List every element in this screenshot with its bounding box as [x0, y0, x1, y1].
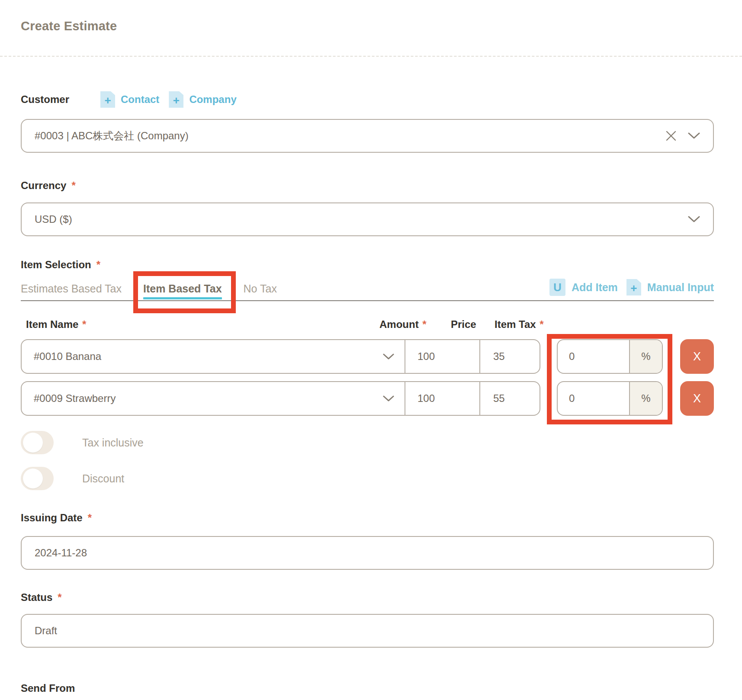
send-from-label: Send From [21, 682, 75, 694]
percent-suffix: % [629, 382, 662, 415]
delete-item-button-1[interactable]: X [680, 339, 714, 374]
add-contact-label: Contact [121, 93, 159, 106]
percent-suffix: % [629, 340, 662, 373]
price-input-2[interactable]: 55 [479, 382, 540, 415]
chevron-down-icon[interactable] [688, 216, 700, 223]
issuing-date-label: Issuing Date [21, 512, 83, 524]
chevron-down-icon[interactable] [688, 132, 700, 139]
tab-item-based-tax[interactable]: Item Based Tax [143, 283, 222, 300]
discount-label: Discount [82, 472, 124, 485]
page-title: Create Estimate [21, 19, 721, 33]
toggle-knob [23, 433, 43, 453]
status-required-marker: * [58, 591, 61, 604]
tax-mode-tabs: Estimates Based Tax Item Based Tax No Ta… [21, 280, 714, 301]
discount-row: Discount [21, 467, 714, 490]
item-tax-input-2[interactable]: 0 % [557, 381, 663, 416]
currency-value: USD ($) [35, 213, 688, 225]
item-rows: #0010 Banana 100 35 0 % X #0009 Strawber… [21, 339, 714, 416]
page-header: Create Estimate [0, 0, 742, 57]
customer-select[interactable]: #0003 | ABC株式会社 (Company) [21, 119, 714, 153]
toggle-knob [23, 469, 43, 488]
issuing-date-input[interactable]: 2024-11-28 [21, 536, 714, 570]
tab-estimates-based-tax[interactable]: Estimates Based Tax [21, 283, 122, 300]
issuing-date-required-marker: * [88, 512, 92, 524]
item-name-select-2[interactable]: #0009 Strawberry [22, 382, 405, 415]
chevron-down-icon [383, 353, 394, 360]
item-tax-column-header: Item Tax * [495, 318, 544, 331]
item-selection-label: Item Selection [21, 259, 91, 271]
manual-input-icon: + [626, 279, 641, 295]
currency-required-marker: * [71, 180, 75, 192]
status-select[interactable]: Draft [21, 614, 714, 648]
add-item-label: Add Item [572, 281, 618, 294]
amount-input-1[interactable]: 100 [405, 340, 479, 373]
add-company-button[interactable]: + Company [169, 91, 236, 108]
tax-inclusive-label: Tax inclusive [82, 437, 144, 449]
item-selection-required-marker: * [96, 259, 100, 271]
currency-select[interactable]: USD ($) [21, 202, 714, 236]
tax-inclusive-row: Tax inclusive [21, 431, 714, 454]
item-tax-input-1[interactable]: 0 % [557, 339, 663, 374]
tab-no-tax[interactable]: No Tax [244, 283, 277, 300]
customer-label: Customer [21, 93, 69, 106]
manual-input-label: Manual Input [647, 281, 714, 294]
add-contact-icon: + [100, 91, 115, 108]
amount-input-2[interactable]: 100 [405, 382, 479, 415]
item-row-2: #0009 Strawberry 100 55 0 % X [21, 381, 714, 416]
currency-label: Currency [21, 180, 66, 192]
status-value: Draft [35, 625, 700, 637]
manual-input-button[interactable]: + Manual Input [626, 279, 714, 295]
add-item-button[interactable]: U Add Item [549, 279, 618, 296]
item-table-header: Item Name * Amount * Price Item Tax * [21, 318, 714, 335]
add-company-label: Company [189, 93, 236, 106]
amount-column-header: Amount * [379, 318, 427, 331]
item-name-select-1[interactable]: #0010 Banana [22, 340, 405, 373]
add-contact-button[interactable]: + Contact [100, 91, 159, 108]
add-item-bag-icon: U [549, 279, 565, 296]
status-label: Status [21, 591, 52, 604]
create-estimate-page: Create Estimate Customer + Contact + Com… [0, 0, 742, 700]
delete-item-button-2[interactable]: X [680, 381, 714, 416]
customer-header-row: Customer + Contact + Company [21, 91, 714, 108]
item-name-column-header: Item Name * [26, 318, 86, 331]
tax-inclusive-toggle[interactable] [21, 431, 54, 454]
add-company-icon: + [169, 91, 183, 108]
price-input-1[interactable]: 35 [479, 340, 540, 373]
discount-toggle[interactable] [21, 467, 54, 490]
item-row-1: #0010 Banana 100 35 0 % X [21, 339, 714, 374]
active-tab-underline [143, 297, 222, 299]
customer-value: #0003 | ABC株式会社 (Company) [35, 129, 665, 143]
issuing-date-value: 2024-11-28 [35, 547, 700, 559]
price-column-header: Price [451, 318, 476, 331]
clear-icon[interactable] [665, 130, 677, 141]
chevron-down-icon [383, 395, 394, 402]
